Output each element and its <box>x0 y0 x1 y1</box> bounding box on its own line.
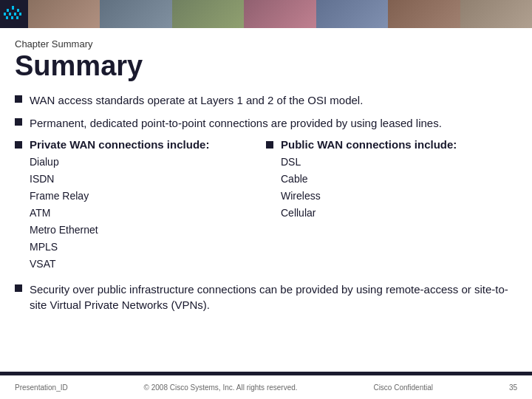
chapter-label: Chapter Summary <box>15 38 517 50</box>
private-wan-title: Private WAN connections include: <box>30 138 209 151</box>
page-title: Summary <box>15 51 517 82</box>
list-item-dialup: Dialup <box>30 154 209 171</box>
bullet-item-1: WAN access standards operate at Layers 1… <box>15 92 517 108</box>
header-photos <box>28 0 532 28</box>
public-wan-content: Public WAN connections include: DSL Cabl… <box>281 138 457 222</box>
bullet-square-last <box>15 284 22 292</box>
public-wan-list: DSL Cable Wireless Cellular <box>281 154 457 222</box>
header-photo-6 <box>388 0 460 28</box>
list-item-cellular: Cellular <box>281 205 457 222</box>
footer-confidential: Cisco Confidential <box>373 383 433 392</box>
cisco-logo <box>0 0 28 28</box>
bullet-text-last: Security over public infrastructure conn… <box>30 282 517 313</box>
bullet-square-4 <box>266 141 273 149</box>
svg-rect-1 <box>7 9 9 12</box>
svg-rect-5 <box>14 13 16 16</box>
list-item-metro-ethernet: Metro Ethernet <box>30 222 209 239</box>
list-item-mpls: MPLS <box>30 239 209 256</box>
list-item-vsat: VSAT <box>30 256 209 273</box>
svg-rect-9 <box>16 16 18 19</box>
header-photo-4 <box>244 0 316 28</box>
bullet-item-2: Permanent, dedicated point-to-point conn… <box>15 115 517 131</box>
header-photo-3 <box>172 0 244 28</box>
private-wan-content: Private WAN connections include: Dialup … <box>30 138 209 273</box>
bullet-square-1 <box>15 95 22 103</box>
public-wan-column: Public WAN connections include: DSL Cabl… <box>266 138 517 222</box>
list-item-frame-relay: Frame Relay <box>30 188 209 205</box>
bullet-square-2 <box>15 118 22 126</box>
footer: Presentation_ID © 2008 Cisco Systems, In… <box>0 375 532 399</box>
header-photo-1 <box>28 0 100 28</box>
header-photo-7 <box>460 0 532 28</box>
list-item-dsl: DSL <box>281 154 457 171</box>
bullet-text-2: Permanent, dedicated point-to-point conn… <box>30 115 517 131</box>
svg-rect-3 <box>4 13 6 16</box>
list-item-wireless: Wireless <box>281 188 457 205</box>
page-number: 35 <box>509 383 517 392</box>
public-wan-title: Public WAN connections include: <box>281 138 457 151</box>
bullet-text-1: WAN access standards operate at Layers 1… <box>30 92 517 108</box>
wan-section: Private WAN connections include: Dialup … <box>15 138 517 273</box>
header-photo-2 <box>100 0 171 28</box>
footer-presentation: Presentation_ID <box>15 383 68 392</box>
svg-rect-0 <box>12 6 14 10</box>
header-photo-5 <box>316 0 388 28</box>
private-wan-list: Dialup ISDN Frame Relay ATM Metro Ethern… <box>30 154 209 273</box>
bullet-item-last: Security over public infrastructure conn… <box>15 282 517 313</box>
svg-rect-2 <box>17 9 19 12</box>
list-item-atm: ATM <box>30 205 209 222</box>
main-content: Chapter Summary Summary WAN access stand… <box>0 28 532 372</box>
header-bar <box>0 0 532 28</box>
svg-rect-4 <box>9 13 11 16</box>
svg-rect-8 <box>11 16 13 19</box>
list-item-cable: Cable <box>281 171 457 188</box>
bullet-square-3 <box>15 141 22 149</box>
svg-rect-7 <box>6 16 8 19</box>
list-item-isdn: ISDN <box>30 171 209 188</box>
footer-copyright: © 2008 Cisco Systems, Inc. All rights re… <box>144 383 298 392</box>
private-wan-column: Private WAN connections include: Dialup … <box>15 138 266 273</box>
svg-rect-6 <box>19 13 21 16</box>
